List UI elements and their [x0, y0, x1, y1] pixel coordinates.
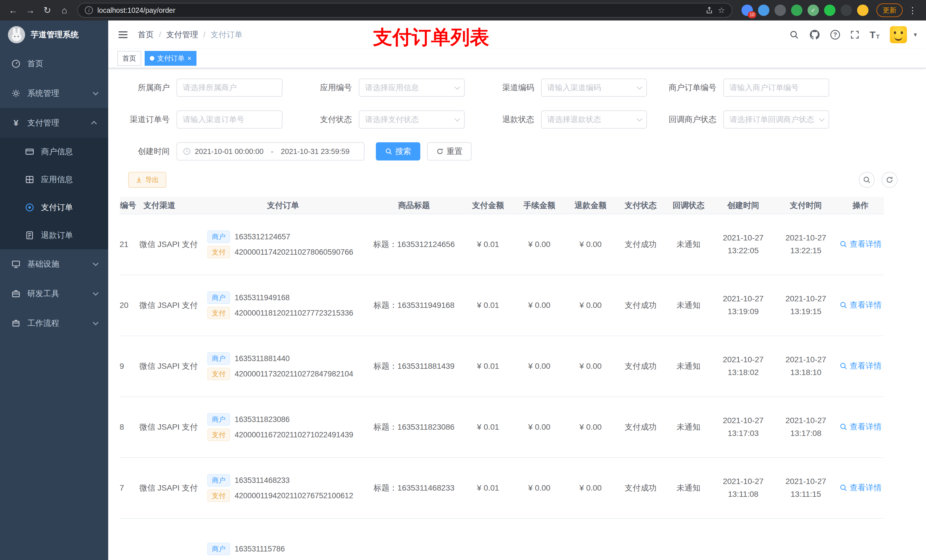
github-icon[interactable] [809, 29, 820, 40]
sidebar-item-app-info[interactable]: 应用信息 [0, 166, 108, 193]
filter-field-input[interactable]: 请输入商户订单编号 [723, 78, 829, 97]
browser-reload-button[interactable]: ↻ [40, 3, 54, 18]
pay-time-cell: 2021-10-2713:19:15 [775, 275, 837, 336]
share-icon[interactable] [705, 6, 713, 14]
user-avatar[interactable] [890, 26, 907, 43]
chevron-down-icon [93, 260, 98, 266]
screen: ← → ↻ ⌂ i localhost:1024/pay/order ☆ 10 [0, 0, 926, 560]
create-time-range-input[interactable]: 2021-10-01 00:00:00 - 2021-10-31 23:59:5… [177, 142, 365, 160]
toolbox-icon [11, 289, 21, 298]
view-detail-link[interactable]: 查看详情 [840, 239, 882, 249]
browser-forward-button[interactable]: → [23, 3, 38, 18]
bookmark-star-icon[interactable]: ☆ [718, 6, 725, 15]
filter-form: 所属商户 请选择所属商户 应用编号 请选择应用信息 [120, 78, 915, 142]
reset-button[interactable]: 重置 [427, 142, 472, 160]
grid-icon [25, 175, 34, 184]
filter-field-input[interactable]: 请选择所属商户 [177, 78, 283, 97]
id-cell: 20 [120, 275, 137, 336]
filter-field-input[interactable]: 请选择退款状态 [541, 110, 647, 128]
sidebar-item-home[interactable]: 首页 [0, 49, 108, 78]
date-separator: - [271, 147, 273, 156]
fee-amount-cell [514, 518, 565, 560]
id-cell: 21 [120, 214, 137, 275]
fullscreen-icon[interactable] [850, 30, 859, 39]
product-title-cell [366, 518, 462, 560]
action-cell: 查看详情 [837, 518, 884, 560]
browser-update-button[interactable]: 更新 [876, 3, 903, 17]
chevron-down-icon [454, 116, 460, 122]
action-cell: 查看详情 [837, 457, 884, 518]
channel-pay-no-line: 支付 4200001181202110277723215336 [207, 307, 363, 319]
export-button[interactable]: 导出 [128, 172, 166, 188]
search-icon [840, 362, 847, 370]
sidebar-item-infrastructure[interactable]: 基础设施 [0, 249, 108, 279]
extension-icon[interactable] [824, 5, 835, 16]
product-title-cell: 标题：1635312124656 [366, 214, 462, 275]
refund-amount-cell: ¥ 0.00 [565, 397, 616, 457]
search-icon [385, 148, 392, 155]
font-size-icon[interactable]: T T [870, 30, 879, 39]
sidebar-item-label: 支付订单 [41, 202, 73, 213]
right-toolbar [859, 172, 897, 188]
hide-search-button[interactable] [859, 172, 875, 188]
app-logo[interactable]: 芋道管理系统 [0, 21, 108, 49]
breadcrumb-item-home[interactable]: 首页 [138, 29, 154, 40]
sidebar-item-workflow[interactable]: 工作流程 [0, 308, 108, 338]
filter-field-input[interactable]: 请输入渠道编码 [541, 78, 647, 97]
view-detail-link[interactable]: 查看详情 [840, 300, 882, 311]
search-icon[interactable] [789, 30, 799, 39]
notify-status-cell: 未通知 [665, 397, 712, 457]
sidebar-item-system[interactable]: 系统管理 [0, 78, 108, 108]
breadcrumb-item-payment[interactable]: 支付管理 [166, 29, 198, 40]
pay-time-cell: 2021-10-2713:11:15 [775, 457, 837, 518]
notify-status-cell: 未通知 [665, 336, 712, 397]
fee-amount-cell: ¥ 0.00 [514, 214, 565, 275]
payment-submenu: 商户信息 应用信息 支付订单 [0, 138, 108, 249]
tab-close-icon[interactable]: × [188, 55, 191, 62]
sidebar-item-merchant-info[interactable]: 商户信息 [0, 138, 108, 166]
extension-icon[interactable] [791, 5, 802, 16]
search-button[interactable]: 搜索 [376, 142, 420, 160]
extension-icon[interactable] [775, 5, 786, 16]
placeholder-text: 请输入商户订单编号 [729, 83, 799, 93]
filter-field-input[interactable]: 请选择订单回调商户状态 [723, 110, 829, 128]
address-bar[interactable]: i localhost:1024/pay/order ☆ [77, 3, 732, 18]
filter-field-label: 渠道编码 [484, 82, 541, 93]
tab-home[interactable]: 首页 [117, 51, 141, 66]
site-info-icon[interactable]: i [85, 6, 93, 14]
view-detail-link[interactable]: 查看详情 [840, 482, 882, 493]
view-detail-link[interactable]: 查看详情 [840, 361, 882, 371]
product-title-cell: 标题：1635311881439 [366, 336, 462, 397]
id-cell: 8 [120, 397, 137, 457]
extension-icon[interactable] [857, 5, 869, 16]
browser-home-button[interactable]: ⌂ [57, 3, 72, 18]
filter-field-input[interactable]: 请选择支付状态 [359, 110, 465, 128]
sidebar-item-pay-order[interactable]: 支付订单 [0, 193, 108, 221]
extension-icon[interactable] [758, 5, 769, 16]
filter-field: 渠道订单号 请输入渠道订单号 [120, 110, 302, 128]
url-text[interactable]: localhost:1024/pay/order [97, 6, 701, 15]
merchant-tag: 商户 [207, 352, 230, 365]
avatar-dropdown-caret-icon[interactable]: ▾ [914, 31, 917, 38]
sidebar-item-label: 应用信息 [41, 174, 73, 185]
extension-icon[interactable]: ✓ [808, 5, 819, 16]
sidebar-item-payment[interactable]: ¥ 支付管理 [0, 108, 108, 138]
table-header-row: 编号 支付渠道 支付订单 商品标题 支付金额 手续金额 [120, 197, 884, 214]
sidebar-item-refund-order[interactable]: 退款订单 [0, 221, 108, 249]
help-icon[interactable]: ? [830, 30, 840, 39]
search-icon [863, 176, 871, 184]
extension-icon[interactable]: 10 [741, 5, 753, 16]
chevron-down-icon [454, 84, 460, 90]
browser-menu-icon[interactable]: ⋮ [905, 5, 920, 15]
sidebar-toggle-icon[interactable] [117, 29, 129, 41]
extension-icon[interactable] [841, 5, 852, 16]
browser-back-button[interactable]: ← [6, 3, 21, 18]
filter-field-input[interactable]: 请选择应用信息 [359, 78, 465, 97]
filter-field-input[interactable]: 请输入渠道订单号 [177, 110, 283, 128]
sidebar-item-dev-tools[interactable]: 研发工具 [0, 279, 108, 308]
table-header-cell: 支付时间 [775, 197, 837, 214]
tab-pay-order[interactable]: 支付订单 × [145, 51, 197, 66]
refresh-button[interactable] [882, 172, 897, 188]
fee-amount-cell: ¥ 0.00 [514, 275, 565, 336]
view-detail-link[interactable]: 查看详情 [840, 421, 882, 432]
